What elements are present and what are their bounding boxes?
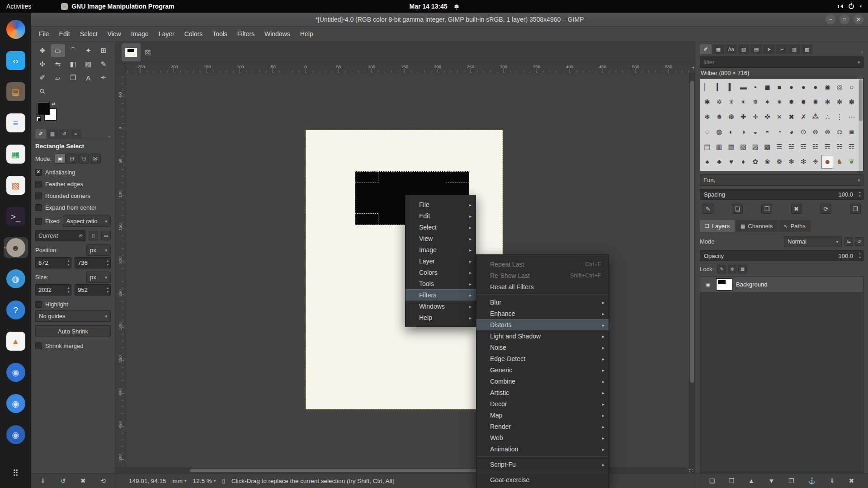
layer-visibility-eye-icon[interactable]: ◉ [703, 282, 712, 288]
auto-shrink-button[interactable]: Auto Shrink [35, 325, 111, 337]
dock-item-software[interactable]: ◍ [4, 268, 28, 289]
brush-thumbnail[interactable]: ✳ [726, 96, 737, 108]
filters-menu-item-goat-exercise[interactable]: Goat-exercise [476, 474, 609, 485]
tool-presets-tab[interactable]: ➤ [763, 44, 775, 54]
rectangle-select-tool[interactable]: ▭ [51, 44, 65, 57]
brush-thumbnail[interactable]: ◎ [834, 81, 845, 94]
eraser-tool[interactable]: ▱ [51, 71, 65, 84]
brush-thumbnail[interactable]: ◐ [726, 126, 737, 138]
filters-menu-item-repeat-last[interactable]: Repeat LastCtrl+F [476, 258, 609, 270]
save-tool-options-button[interactable]: ⇓ [40, 477, 46, 484]
brush-thumbnail[interactable]: ♠ [702, 155, 712, 168]
gradients-tab[interactable]: ▧ [738, 44, 750, 54]
brush-thumbnail[interactable]: ✶ [762, 96, 773, 108]
patterns-tab[interactable]: ▦ [712, 44, 724, 54]
navigation-preview-button[interactable] [688, 468, 695, 473]
spinner-arrows[interactable]: ▲▼ [66, 285, 71, 295]
context-menu-item-view[interactable]: View▸ [406, 233, 476, 244]
filters-menu-item-generic[interactable]: Generic▸ [476, 364, 609, 375]
filters-menu-item-distorts[interactable]: Distorts▸ [476, 319, 609, 330]
move-tool[interactable]: ✥ [35, 44, 50, 57]
brush-thumbnail[interactable]: ∴ [822, 111, 833, 123]
brush-thumbnail[interactable]: ◔ [774, 126, 785, 138]
brush-wilber-selected[interactable]: ☻ [822, 155, 833, 168]
brush-thumbnail[interactable]: ✿ [750, 155, 761, 168]
fixed-checkbox[interactable]: Fixed [35, 216, 60, 227]
brush-thumbnail[interactable]: ✵ [750, 96, 761, 108]
menubar-item-colors[interactable]: Colors [179, 28, 208, 40]
duplicate-brush-button[interactable]: ❐ [761, 204, 772, 214]
context-menu-item-layer[interactable]: Layer▸ [406, 255, 476, 267]
brush-thumbnail[interactable]: ❇ [798, 155, 809, 168]
brush-thumbnail[interactable]: ⁂ [810, 111, 821, 123]
menubar-item-windows[interactable]: Windows [259, 28, 295, 40]
size-height-spinner[interactable]: 952 ▲▼ [75, 284, 111, 296]
brush-thumbnail[interactable]: ● [798, 81, 809, 94]
mode-add-button[interactable]: ⊞ [66, 154, 77, 164]
brush-thumbnail[interactable]: ☵ [834, 141, 845, 153]
color-swatches[interactable]: ⇄ [37, 102, 65, 124]
brush-thumbnail[interactable]: ▬ [738, 81, 749, 94]
open-brush-button[interactable]: ❒ [850, 204, 861, 214]
selection-handle-top-right[interactable] [446, 171, 469, 183]
lock-pixels-button[interactable]: ✎ [717, 265, 726, 273]
dock-item-app-b[interactable]: ◉ [4, 393, 28, 414]
tab-channels[interactable]: ▦Channels [736, 220, 778, 232]
brush-thumbnail[interactable]: ◙ [846, 126, 857, 138]
brush-group-dropdown[interactable]: Fun, ▾ [700, 174, 863, 186]
expand-from-center-checkbox[interactable]: Expand from center [35, 202, 111, 213]
menubar-item-edit[interactable]: Edit [54, 28, 75, 40]
brush-thumbnail[interactable]: ⊛ [822, 126, 833, 138]
merge-layer-button[interactable]: ⇓ [830, 477, 835, 484]
brush-thumbnail[interactable]: ○ [846, 81, 857, 94]
brush-thumbnail[interactable]: ◒ [750, 126, 761, 138]
context-menu-item-colors[interactable]: Colors▸ [406, 267, 476, 278]
filters-menu-item-artistic[interactable]: Artistic▸ [476, 387, 609, 398]
context-menu-item-tools[interactable]: Tools▸ [406, 278, 476, 289]
brush-thumbnail[interactable]: ◓ [762, 126, 773, 138]
new-layer-group-button[interactable]: ❒ [729, 477, 735, 484]
mode-reset-button[interactable]: ↺ [855, 237, 863, 246]
brush-thumbnail[interactable]: ✚ [738, 111, 749, 123]
swap-colors-icon[interactable]: ⇄ [52, 101, 55, 106]
dock-item-show-apps[interactable]: ⠿ [4, 463, 28, 483]
brush-thumbnail[interactable]: ⋮ [834, 111, 845, 123]
fuzzy-select-tool[interactable]: ✦ [81, 44, 95, 57]
brush-thumbnail[interactable]: ❀ [762, 155, 773, 168]
lock-position-button[interactable]: ✜ [728, 265, 736, 273]
context-menu-item-filters[interactable]: Filters▸ [406, 289, 476, 300]
dock-corner-icon[interactable]: ◃ [107, 134, 111, 139]
tab-layers[interactable]: ❏Layers [700, 220, 735, 232]
brush-thumbnail[interactable]: ♞ [834, 155, 845, 168]
filters-menu-item-render[interactable]: Render▸ [476, 421, 609, 432]
menubar-item-view[interactable]: View [103, 28, 126, 40]
spinner-arrows[interactable]: ▲▼ [859, 251, 861, 261]
dock-item-libreoffice-calc[interactable]: ▦ [4, 144, 28, 164]
highlight-checkbox[interactable]: Highlight [35, 299, 111, 310]
buffers-tab[interactable]: ▩ [801, 44, 813, 54]
menubar-item-help[interactable]: Help [295, 28, 318, 40]
free-select-tool[interactable]: ⌒ [66, 44, 80, 57]
brush-thumbnail[interactable]: ✷ [774, 96, 785, 108]
brush-thumbnail[interactable]: ◑ [738, 126, 749, 138]
guides-dropdown[interactable]: No guides ▾ [35, 310, 111, 322]
brush-thumbnail[interactable]: ☰ [774, 141, 785, 153]
brush-thumbnail[interactable]: ✴ [738, 96, 749, 108]
menubar-item-tools[interactable]: Tools [208, 28, 232, 40]
dock-item-app-c[interactable]: ◉ [4, 424, 28, 445]
dock-item-files[interactable]: ▤ [4, 81, 28, 102]
brush-thumbnail[interactable]: ☴ [822, 141, 833, 153]
brush-thumbnail[interactable]: ❅ [714, 111, 725, 123]
brush-thumbnail[interactable]: ✺ [810, 96, 821, 108]
tool-options-tab[interactable]: ✐ [35, 129, 46, 139]
brush-thumbnail[interactable]: ▥ [714, 141, 725, 153]
brush-thumbnail[interactable]: ❈ [810, 155, 821, 168]
menubar-item-layer[interactable]: Layer [154, 28, 179, 40]
paths-tool[interactable]: ✒ [96, 71, 111, 84]
mode-switch-button[interactable]: ⇆ [844, 237, 853, 246]
dock-corner-icon[interactable]: ◃ [859, 50, 863, 54]
delete-brush-button[interactable]: ✖ [791, 204, 802, 214]
filters-menu-item-re-show-last[interactable]: Re-Show LastShift+Ctrl+F [476, 270, 609, 281]
brush-thumbnail[interactable]: ◍ [714, 126, 725, 138]
mode-intersect-button[interactable]: ⊠ [90, 154, 101, 164]
